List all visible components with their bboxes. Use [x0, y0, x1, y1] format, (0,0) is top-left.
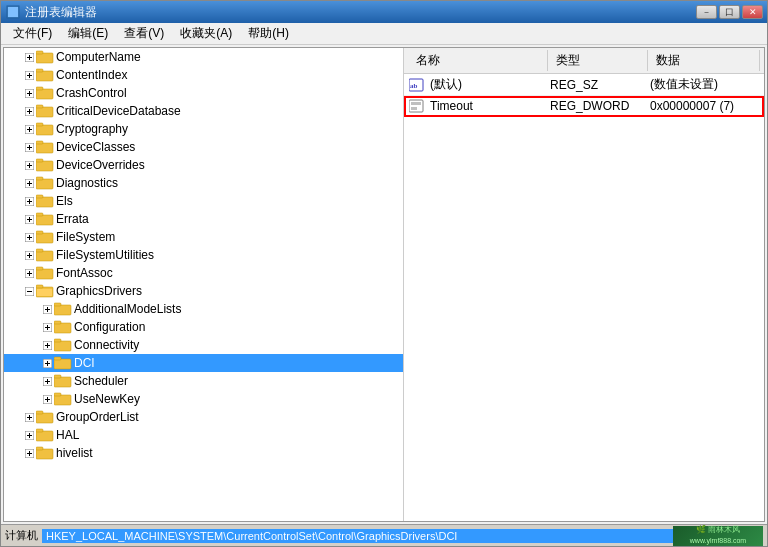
tree-item[interactable]: Connectivity	[4, 336, 403, 354]
expand-icon[interactable]	[22, 194, 36, 208]
svg-text:ab: ab	[410, 82, 418, 90]
tree-item[interactable]: CriticalDeviceDatabase	[4, 102, 403, 120]
registry-list[interactable]: ab (默认)REG_SZ(数值未设置) TimeoutREG_DWORD0x0…	[404, 74, 764, 521]
col-name[interactable]: 名称	[408, 50, 548, 71]
menu-item[interactable]: 文件(F)	[5, 23, 60, 44]
tree-item[interactable]: CrashControl	[4, 84, 403, 102]
tree-item[interactable]: DeviceOverrides	[4, 156, 403, 174]
menu-item[interactable]: 帮助(H)	[240, 23, 297, 44]
expand-icon[interactable]	[22, 212, 36, 226]
tree-label: GraphicsDrivers	[56, 284, 142, 298]
expand-icon[interactable]	[22, 284, 36, 298]
svg-rect-59	[36, 231, 43, 234]
reg-entry-name: Timeout	[430, 99, 550, 113]
tree-label: Errata	[56, 212, 89, 226]
tree-item[interactable]: hivelist	[4, 444, 403, 462]
svg-rect-99	[54, 375, 61, 378]
tree-item[interactable]: AdditionalModeLists	[4, 300, 403, 318]
expand-icon[interactable]	[40, 374, 54, 388]
svg-rect-98	[54, 377, 71, 387]
tree-item[interactable]: Scheduler	[4, 372, 403, 390]
tree-item[interactable]: GraphicsDrivers	[4, 282, 403, 300]
expand-icon[interactable]	[40, 392, 54, 406]
tree-item[interactable]: Cryptography	[4, 120, 403, 138]
expand-icon[interactable]	[22, 248, 36, 262]
tree-label: DeviceClasses	[56, 140, 135, 154]
expand-icon[interactable]	[40, 320, 54, 334]
expand-icon[interactable]	[22, 122, 36, 136]
svg-rect-38	[36, 161, 53, 171]
folder-icon	[54, 319, 72, 335]
expand-icon[interactable]	[40, 356, 54, 370]
menu-item[interactable]: 收藏夹(A)	[172, 23, 240, 44]
expand-icon[interactable]	[22, 158, 36, 172]
menu-item[interactable]: 编辑(E)	[60, 23, 116, 44]
tree-item[interactable]: Els	[4, 192, 403, 210]
expand-icon[interactable]	[22, 86, 36, 100]
tree-item[interactable]: DeviceClasses	[4, 138, 403, 156]
svg-rect-73	[36, 285, 43, 288]
svg-rect-33	[36, 143, 53, 153]
reg-entry-data: (数值未设置)	[650, 76, 760, 93]
tree-item[interactable]: FontAssoc	[4, 264, 403, 282]
expand-icon[interactable]	[22, 68, 36, 82]
reg-entry-data: 0x00000007 (7)	[650, 99, 760, 113]
svg-rect-8	[36, 53, 53, 63]
tree-item[interactable]: UseNewKey	[4, 390, 403, 408]
tree-item[interactable]: ContentIndex	[4, 66, 403, 84]
window-title: 注册表编辑器	[25, 4, 696, 21]
tree-item[interactable]: FileSystemUtilities	[4, 246, 403, 264]
close-button[interactable]: ✕	[742, 5, 763, 19]
expand-icon[interactable]	[22, 410, 36, 424]
folder-icon	[36, 139, 54, 155]
tree-label: hivelist	[56, 446, 93, 460]
svg-rect-2	[13, 7, 18, 12]
registry-row[interactable]: TimeoutREG_DWORD0x00000007 (7)	[404, 96, 764, 117]
expand-icon[interactable]	[22, 50, 36, 64]
svg-rect-122	[409, 100, 423, 112]
col-type[interactable]: 类型	[548, 50, 648, 71]
svg-rect-23	[36, 107, 53, 117]
tree-item[interactable]: Errata	[4, 210, 403, 228]
svg-rect-48	[36, 197, 53, 207]
svg-rect-123	[411, 102, 421, 105]
folder-icon	[36, 427, 54, 443]
main-content: ComputerName ContentIndex CrashControl C…	[3, 47, 765, 522]
maximize-button[interactable]: 口	[719, 5, 740, 19]
tree-item[interactable]: FileSystem	[4, 228, 403, 246]
expand-icon[interactable]	[22, 266, 36, 280]
expand-icon[interactable]	[22, 230, 36, 244]
minimize-button[interactable]: －	[696, 5, 717, 19]
menu-item[interactable]: 查看(V)	[116, 23, 172, 44]
folder-icon	[54, 373, 72, 389]
tree-item[interactable]: DCI	[4, 354, 403, 372]
expand-icon[interactable]	[40, 338, 54, 352]
expand-icon[interactable]	[22, 104, 36, 118]
tree-label: UseNewKey	[74, 392, 140, 406]
svg-rect-113	[36, 431, 53, 441]
tree-item[interactable]: Diagnostics	[4, 174, 403, 192]
expand-icon[interactable]	[40, 302, 54, 316]
svg-rect-1	[8, 7, 13, 12]
col-data[interactable]: 数据	[648, 50, 760, 71]
svg-rect-3	[8, 12, 13, 17]
reg-entry-name: (默认)	[430, 76, 550, 93]
registry-row[interactable]: ab (默认)REG_SZ(数值未设置)	[404, 74, 764, 96]
tree-panel[interactable]: ComputerName ContentIndex CrashControl C…	[4, 48, 404, 521]
tree-item[interactable]: HAL	[4, 426, 403, 444]
tree-label: GroupOrderList	[56, 410, 139, 424]
reg-entry-type: REG_DWORD	[550, 99, 650, 113]
svg-rect-43	[36, 179, 53, 189]
svg-rect-74	[37, 289, 52, 296]
folder-icon	[36, 67, 54, 83]
tree-item[interactable]: GroupOrderList	[4, 408, 403, 426]
expand-icon[interactable]	[22, 140, 36, 154]
expand-icon[interactable]	[22, 446, 36, 460]
svg-rect-78	[54, 305, 71, 315]
folder-icon	[54, 337, 72, 353]
expand-icon[interactable]	[22, 428, 36, 442]
svg-rect-18	[36, 89, 53, 99]
expand-icon[interactable]	[22, 176, 36, 190]
tree-item[interactable]: Configuration	[4, 318, 403, 336]
tree-item[interactable]: ComputerName	[4, 48, 403, 66]
